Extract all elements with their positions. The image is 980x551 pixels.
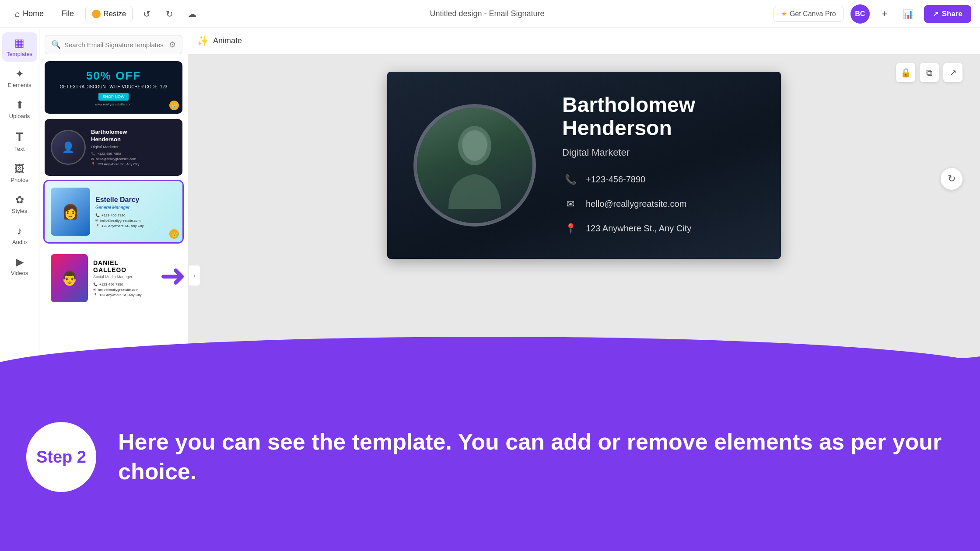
- export-icon: ↗: [949, 67, 957, 78]
- sidebar-item-templates[interactable]: ▦ Templates: [2, 32, 37, 62]
- collapse-panel-button[interactable]: ‹: [188, 265, 200, 286]
- search-bar[interactable]: 🔍 ⚙: [45, 35, 182, 54]
- file-button[interactable]: File: [55, 6, 80, 22]
- file-label: File: [61, 9, 74, 18]
- template-card-white[interactable]: 👨 DANIELGALLEGO Social Media Manager 📞 +…: [45, 248, 182, 309]
- cloud-save-button[interactable]: ☁: [183, 5, 201, 23]
- sidebar-item-photos[interactable]: 🖼 Photos: [2, 158, 37, 188]
- sidebar-templates-label: Templates: [7, 51, 32, 57]
- undo-button[interactable]: ↺: [138, 5, 155, 23]
- sidebar-audio-label: Audio: [12, 239, 27, 245]
- estelle-name: Estelle Darcy: [95, 196, 144, 204]
- redo-icon: ↻: [166, 9, 173, 19]
- redo-button[interactable]: ↻: [161, 5, 178, 23]
- sidebar-uploads-label: Uploads: [9, 113, 30, 119]
- location-icon-2: 📍: [95, 224, 100, 228]
- sidebar-item-videos[interactable]: ▶ Videos: [2, 251, 37, 281]
- audio-icon: ♪: [17, 225, 22, 237]
- cloud-icon: ☁: [188, 9, 196, 19]
- lock-button[interactable]: 🔒: [896, 63, 915, 82]
- estelle-address: 📍 123 Anywhere St., Any City: [95, 224, 144, 228]
- sidebar-item-uploads[interactable]: ⬆ Uploads: [2, 94, 37, 124]
- avatar-button[interactable]: BC: [850, 4, 870, 24]
- sidebar-text-label: Text: [14, 146, 25, 152]
- tutorial-overlay: Step 2 Here you can see the template. Yo…: [0, 363, 980, 551]
- canvas-refresh-area: ↻: [941, 168, 962, 190]
- location-icon-3: 📍: [93, 293, 98, 297]
- share-label: Share: [942, 10, 962, 18]
- animate-label[interactable]: Animate: [213, 36, 242, 45]
- signature-name: Bartholomew Henderson: [562, 94, 695, 140]
- duplicate-button[interactable]: ⧉: [920, 63, 939, 82]
- estelle-photo: 👩: [51, 188, 90, 236]
- topbar: ⌂ Home File Resize ↺ ↻ ☁ Untitled design…: [0, 0, 980, 28]
- sig-address-item: 📍 123 Anywhere St., Any City: [562, 220, 695, 237]
- chart-icon: 📊: [903, 9, 914, 19]
- signature-role: Digital Marketer: [562, 147, 695, 158]
- contact-address: 📍 123 Anywhere St., Any City: [91, 162, 140, 166]
- home-button[interactable]: ⌂ Home: [9, 5, 50, 22]
- topbar-left: ⌂ Home File Resize ↺ ↻ ☁: [9, 5, 201, 23]
- filter-icon[interactable]: ⚙: [169, 40, 176, 49]
- promo-sub: GET EXTRA DISCOUNT WITH VOUCHER CODE: 12…: [60, 84, 168, 89]
- animate-icon: ✨: [197, 35, 209, 47]
- search-icon: 🔍: [51, 40, 61, 49]
- daniel-contacts: 📞 +123-456-7890 ✉ hello@reallygreatsite.…: [93, 282, 142, 297]
- undo-icon: ↺: [143, 9, 150, 19]
- text-icon: T: [16, 130, 23, 144]
- home-label: Home: [23, 9, 44, 18]
- lock-icon: 🔒: [900, 67, 911, 78]
- star-icon: ★: [781, 10, 787, 18]
- template-card-light-blue[interactable]: 👩 Estelle Darcy General Manager 📞 +123-4…: [45, 181, 182, 242]
- signature-info: Bartholomew Henderson Digital Marketer 📞…: [562, 94, 695, 237]
- promo-template-preview: 50% OFF GET EXTRA DISCOUNT WITH VOUCHER …: [45, 61, 182, 114]
- template-card-promo[interactable]: 50% OFF GET EXTRA DISCOUNT WITH VOUCHER …: [45, 61, 182, 114]
- svg-point-2: [462, 130, 488, 157]
- sidebar-item-audio[interactable]: ♪ Audio: [2, 220, 37, 250]
- estelle-role: General Manager: [95, 205, 144, 210]
- sig-phone-text: +123-456-7890: [586, 174, 645, 185]
- email-icon: ✉: [91, 157, 94, 161]
- sidebar-item-styles[interactable]: ✿ Styles: [2, 189, 37, 219]
- premium-badge-2: 👑: [169, 229, 179, 239]
- get-pro-label: Get Canva Pro: [790, 10, 836, 18]
- template-card-dark-profile[interactable]: 👤 BartholomewHenderson Digital Marketer …: [45, 119, 182, 176]
- promo-url: www.reallygreatsite.com: [94, 102, 132, 106]
- analytics-button[interactable]: 📊: [900, 5, 917, 23]
- email-signature-card[interactable]: Bartholomew Henderson Digital Marketer 📞…: [387, 72, 781, 259]
- profile-info: BartholomewHenderson Digital Marketer 📞 …: [91, 129, 140, 166]
- sig-email-text: hello@reallygreatsite.com: [586, 199, 686, 209]
- dark-profile-preview: 👤 BartholomewHenderson Digital Marketer …: [45, 119, 182, 176]
- search-input[interactable]: [64, 41, 165, 49]
- add-collaborator-button[interactable]: +: [877, 6, 892, 22]
- contact-email: ✉ hello@reallygreatsite.com: [91, 157, 140, 161]
- estelle-phone: 📞 +123-456-7890: [95, 213, 144, 217]
- daniel-role: Social Media Manager: [93, 275, 142, 279]
- promo-title: 50% OFF: [86, 69, 141, 83]
- elements-icon: ✦: [15, 68, 24, 80]
- light-profile-preview: 👩 Estelle Darcy General Manager 📞 +123-4…: [45, 181, 182, 242]
- share-button[interactable]: ↗ Share: [924, 5, 971, 23]
- profile-name: BartholomewHenderson: [91, 129, 140, 143]
- get-pro-button[interactable]: ★ Get Canva Pro: [774, 6, 844, 22]
- export-button[interactable]: ↗: [943, 63, 962, 82]
- daniel-photo: 👨: [51, 254, 88, 302]
- daniel-email: ✉ hello@reallygreatsite.com: [93, 288, 142, 292]
- resize-button[interactable]: Resize: [85, 6, 133, 22]
- topbar-right: ★ Get Canva Pro BC + 📊 ↗ Share: [774, 4, 971, 24]
- sidebar-item-text[interactable]: T Text: [2, 126, 37, 157]
- signature-contacts: 📞 +123-456-7890 ✉ hello@reallygreatsite.…: [562, 171, 695, 237]
- sidebar-item-elements[interactable]: ✦ Elements: [2, 63, 37, 93]
- estelle-info: Estelle Darcy General Manager 📞 +123-456…: [95, 196, 144, 228]
- videos-icon: ▶: [16, 256, 24, 268]
- email-icon-3: ✉: [93, 288, 96, 292]
- photos-icon: 🖼: [14, 163, 25, 175]
- daniel-name: DANIELGALLEGO: [93, 259, 142, 273]
- animate-bar: ✨ Animate: [188, 28, 980, 54]
- resize-label: Resize: [103, 10, 126, 18]
- location-icon: 📍: [91, 162, 95, 166]
- promo-btn: SHOP NOW: [98, 93, 129, 101]
- profile-contacts: 📞 +123-456-7890 ✉ hello@reallygreatsite.…: [91, 152, 140, 166]
- refresh-button[interactable]: ↻: [941, 168, 962, 190]
- sig-address-text: 123 Anywhere St., Any City: [586, 223, 691, 234]
